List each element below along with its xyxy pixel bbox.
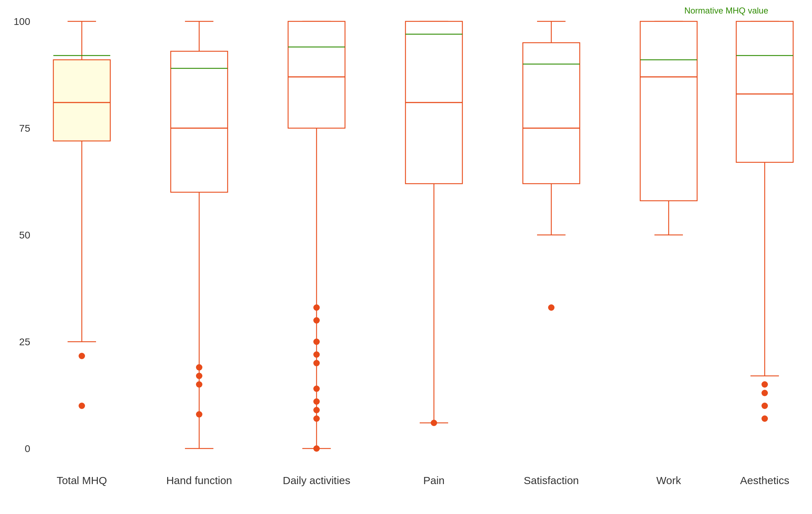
category-label-hand-function: Hand function <box>166 474 232 486</box>
chart-container: 100 75 50 25 0 Normative MHQ value <box>0 0 812 514</box>
category-label-satisfaction: Satisfaction <box>524 474 579 486</box>
svg-point-70 <box>761 381 768 388</box>
svg-point-28 <box>313 415 320 422</box>
svg-point-35 <box>313 317 320 324</box>
svg-point-68 <box>761 403 768 409</box>
svg-rect-4 <box>53 60 110 141</box>
svg-point-44 <box>431 420 437 426</box>
box-pain <box>405 21 462 426</box>
y-axis-label-100: 100 <box>14 16 30 27</box>
category-label-work: Work <box>656 474 681 486</box>
y-axis-label-25: 25 <box>19 336 30 347</box>
svg-rect-57 <box>640 21 697 201</box>
y-axis-label-0: 0 <box>25 443 30 454</box>
svg-point-29 <box>313 407 320 413</box>
box-aesthetics <box>736 21 793 422</box>
svg-point-31 <box>313 386 320 392</box>
svg-point-17 <box>196 381 202 388</box>
svg-point-33 <box>313 351 320 358</box>
svg-point-8 <box>79 353 85 359</box>
svg-point-52 <box>548 304 554 311</box>
y-axis-label-50: 50 <box>19 230 30 241</box>
svg-point-67 <box>761 390 768 396</box>
category-label-daily-activities: Daily activities <box>283 474 350 486</box>
y-axis-label-75: 75 <box>19 123 30 134</box>
svg-rect-24 <box>288 21 345 128</box>
svg-rect-64 <box>736 21 793 162</box>
box-hand-function <box>171 21 228 449</box>
svg-point-18 <box>196 373 202 379</box>
svg-point-34 <box>313 339 320 345</box>
svg-point-19 <box>196 364 202 371</box>
svg-point-36 <box>313 304 320 311</box>
svg-point-16 <box>196 411 202 418</box>
category-label-pain: Pain <box>423 474 445 486</box>
box-daily-activities <box>288 21 345 452</box>
box-total-mhq <box>53 21 110 409</box>
svg-point-30 <box>313 398 320 405</box>
svg-point-32 <box>313 360 320 366</box>
svg-point-27 <box>313 445 320 452</box>
svg-point-69 <box>761 415 768 422</box>
category-label-total-mhq: Total MHQ <box>57 474 107 486</box>
box-satisfaction <box>523 21 580 311</box>
category-label-aesthetics: Aesthetics <box>740 474 789 486</box>
svg-point-7 <box>79 403 85 409</box>
normative-label: Normative MHQ value <box>684 6 768 15</box>
svg-rect-13 <box>171 51 228 192</box>
box-work <box>640 21 697 235</box>
